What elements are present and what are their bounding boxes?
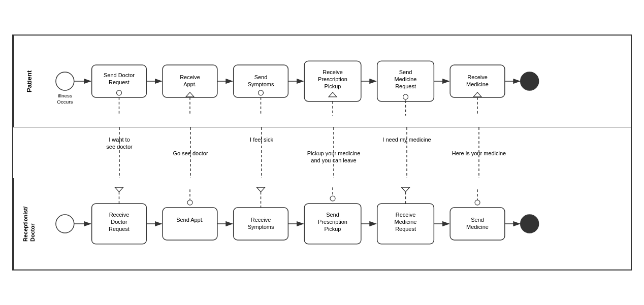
svg-text:Pickup: Pickup — [325, 83, 341, 89]
patient-end-event — [521, 72, 539, 90]
receive-marker-r1 — [115, 187, 123, 192]
message-area: I want to see doctor Go see doctor I fee… — [13, 127, 631, 178]
receptionist-label: Receptionist/Doctor — [13, 178, 44, 269]
receive-marker-r5 — [402, 187, 410, 192]
receptionist-svg: Receive Doctor Request Send Appt. Rece — [44, 178, 631, 269]
patient-content: Illness Occurs Send Doctor Request Recei… — [44, 36, 631, 127]
svg-text:Prescription: Prescription — [318, 219, 347, 225]
send-marker-r2 — [187, 200, 192, 205]
svg-text:Medicine: Medicine — [466, 224, 489, 230]
task-send-appt — [163, 208, 217, 240]
svg-text:Receive: Receive — [467, 74, 488, 80]
svg-text:Prescription: Prescription — [318, 76, 347, 82]
msg-text-3: I feel sick — [250, 137, 273, 143]
msg-text-5: I need my medicine — [382, 137, 431, 143]
patient-start-label: Illness — [58, 93, 72, 98]
svg-text:Receive: Receive — [323, 69, 343, 75]
svg-text:Send: Send — [254, 74, 268, 80]
svg-text:Symptoms: Symptoms — [248, 81, 274, 87]
svg-text:Occurs: Occurs — [57, 99, 73, 105]
svg-text:Receive: Receive — [180, 74, 200, 80]
svg-text:Receive: Receive — [396, 212, 416, 218]
svg-text:Request: Request — [395, 83, 416, 89]
svg-text:Medicine: Medicine — [395, 76, 417, 82]
svg-text:Request: Request — [109, 226, 130, 232]
svg-text:Send Doctor: Send Doctor — [104, 72, 135, 78]
svg-text:Request: Request — [109, 79, 130, 85]
svg-text:Send: Send — [399, 69, 412, 75]
patient-lane: Patient — [13, 36, 631, 127]
msg-text-6: Here is your medicine — [452, 150, 506, 156]
svg-text:Receive: Receive — [109, 212, 130, 218]
msg-text-2: Go see doctor — [173, 150, 208, 156]
send-marker-r4 — [330, 196, 335, 201]
svg-text:Doctor: Doctor — [111, 219, 127, 225]
svg-text:Medicine: Medicine — [395, 219, 417, 225]
receptionist-content: Receive Doctor Request Send Appt. Rece — [44, 178, 631, 269]
svg-text:Send Appt.: Send Appt. — [176, 217, 204, 223]
message-svg: I want to see doctor Go see doctor I fee… — [44, 127, 633, 178]
svg-text:Medicine: Medicine — [466, 81, 489, 87]
receptionist-lane: Receptionist/Doctor Receive — [13, 178, 631, 269]
send-marker-r6 — [475, 200, 480, 205]
receptionist-start-event — [56, 215, 74, 233]
patient-start-event — [56, 72, 74, 90]
bpmn-diagram: Patient — [12, 35, 632, 270]
svg-text:Symptoms: Symptoms — [248, 224, 274, 230]
msg-text-1: I want to — [109, 137, 130, 143]
msg-text-4b: and you can leave — [311, 157, 356, 163]
svg-text:Send: Send — [471, 217, 484, 223]
svg-text:Receive: Receive — [251, 217, 271, 223]
svg-text:see doctor: see doctor — [106, 144, 133, 150]
patient-label: Patient — [13, 36, 44, 127]
svg-text:Appt.: Appt. — [183, 81, 197, 87]
patient-svg: Illness Occurs Send Doctor Request Recei… — [44, 36, 631, 127]
receptionist-end-event — [521, 215, 539, 233]
svg-text:Pickup: Pickup — [325, 226, 341, 232]
receive-marker-r3 — [257, 187, 265, 192]
svg-text:Send: Send — [326, 212, 339, 218]
msg-text-4a: Pickup your medicine — [307, 150, 361, 156]
svg-text:Request: Request — [395, 226, 416, 232]
